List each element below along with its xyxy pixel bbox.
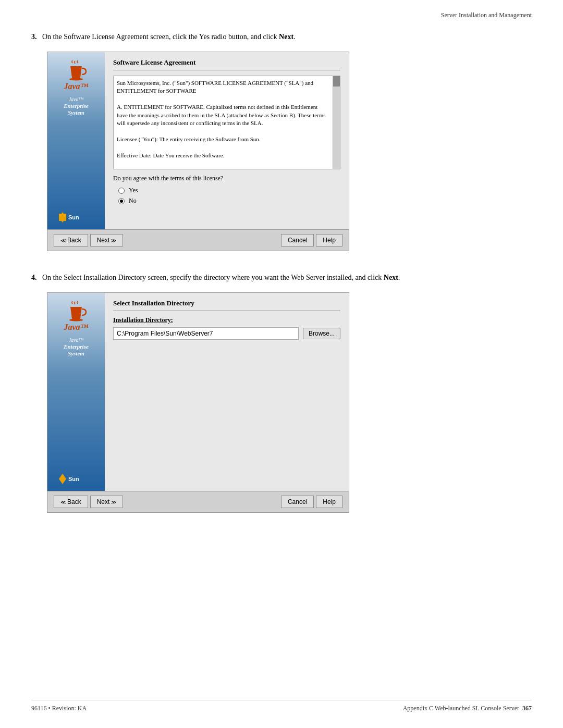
- svg-point-4: [69, 319, 83, 322]
- license-para-1: Sun Microsystems, Inc. ("Sun") SOFTWARE …: [117, 79, 328, 95]
- cancel-button[interactable]: Cancel: [281, 234, 314, 246]
- help-button-2[interactable]: Help: [316, 496, 342, 508]
- step-4: 4. On the Select Installation Directory …: [31, 272, 532, 513]
- sun-logo: Sun: [47, 211, 105, 223]
- next-button-2[interactable]: Next: [90, 496, 124, 508]
- yes-label: Yes: [129, 187, 138, 194]
- svg-marker-5: [59, 474, 66, 484]
- radio-group: Yes No: [113, 187, 340, 205]
- step-3-number: 3.: [31, 33, 37, 41]
- step-3: 3. On the Software License Agreement scr…: [31, 31, 532, 251]
- license-para-3: Licensee ("You"): The entity receiving t…: [117, 135, 328, 143]
- step-4-number: 4.: [31, 274, 37, 281]
- license-para-2: A. ENTITLEMENT for SOFTWARE. Capitalized…: [117, 103, 328, 127]
- step-4-description: On the Select Installation Directory scr…: [42, 274, 400, 281]
- header-title: Server Installation and Management: [441, 11, 532, 19]
- sun-logo-svg-2: Sun: [58, 472, 94, 485]
- license-text: Sun Microsystems, Inc. ("Sun") SOFTWARE …: [117, 79, 337, 169]
- java-enterprise-label: Java™ Enterprise System: [64, 96, 89, 116]
- installer-left-panel: Java™ Java™ Enterprise System S: [47, 52, 105, 229]
- footer-left: 96116 • Revision: KA: [31, 705, 87, 712]
- empty-area: [113, 345, 340, 485]
- java-cup-icon-2: [65, 301, 87, 323]
- dir-label: Installation Directory:: [113, 316, 340, 324]
- browse-button[interactable]: Browse...: [303, 328, 340, 339]
- scrollbar[interactable]: [333, 76, 340, 169]
- license-agreement-window: Java™ Java™ Enterprise System S: [47, 52, 349, 251]
- installer-left-panel-2: Java™ Java™ Enterprise System Sun: [47, 293, 105, 491]
- back-button[interactable]: Back: [54, 234, 88, 246]
- dir-button-bar: Back Next Cancel Help: [47, 491, 349, 512]
- sun-logo-2: Sun: [47, 472, 105, 485]
- next-button[interactable]: Next: [90, 234, 124, 246]
- svg-point-0: [69, 78, 83, 81]
- java-logo-text: Java™: [64, 82, 88, 91]
- svg-text:Sun: Sun: [68, 214, 79, 220]
- sun-logo-svg: Sun: [58, 211, 94, 223]
- license-para-4: Effective Date: Date You receive the Sof…: [117, 152, 328, 159]
- yes-radio-circle[interactable]: [118, 188, 125, 194]
- license-text-area[interactable]: Sun Microsystems, Inc. ("Sun") SOFTWARE …: [113, 76, 340, 169]
- dir-input-row: Browse...: [113, 327, 340, 340]
- java-logo-text-2: Java™: [64, 323, 88, 332]
- page-footer: 96116 • Revision: KA Appendix C Web-laun…: [31, 700, 532, 712]
- yes-radio[interactable]: Yes: [118, 187, 340, 194]
- install-dir-section: Installation Directory: Browse...: [113, 316, 340, 340]
- install-dir-window: Java™ Java™ Enterprise System Sun: [47, 292, 349, 513]
- footer-right: Appendix C Web-launched SL Console Serve…: [403, 705, 532, 712]
- java-cup-icon: [65, 60, 87, 82]
- help-button[interactable]: Help: [316, 234, 342, 246]
- no-radio-circle[interactable]: [118, 198, 125, 204]
- no-radio[interactable]: No: [118, 197, 340, 205]
- agree-question: Do you agree with the terms of this lice…: [113, 175, 340, 182]
- panel-title-2: Select Installation Directory: [113, 299, 340, 311]
- dir-input-field[interactable]: [113, 327, 299, 340]
- svg-text:Sun: Sun: [68, 476, 79, 482]
- java-enterprise-label-2: Java™ Enterprise System: [64, 337, 89, 357]
- installer-right-panel: Software License Agreement Sun Microsyst…: [105, 52, 349, 229]
- step-3-description: On the Software License Agreement screen…: [42, 33, 296, 41]
- no-label: No: [129, 197, 137, 205]
- page-header: Server Installation and Management: [441, 11, 532, 19]
- panel-title: Software License Agreement: [113, 58, 340, 70]
- back-button-2[interactable]: Back: [54, 496, 88, 508]
- installer-right-panel-2: Select Installation Directory Installati…: [105, 293, 349, 491]
- step-3-text: 3. On the Software License Agreement scr…: [31, 31, 532, 42]
- license-para-5: Software: Solaris Enterprise System, whi…: [117, 167, 328, 169]
- scrollbar-thumb[interactable]: [333, 76, 340, 87]
- step-4-text: 4. On the Select Installation Directory …: [31, 272, 532, 283]
- license-button-bar: Back Next Cancel Help: [47, 229, 349, 251]
- cancel-button-2[interactable]: Cancel: [281, 496, 314, 508]
